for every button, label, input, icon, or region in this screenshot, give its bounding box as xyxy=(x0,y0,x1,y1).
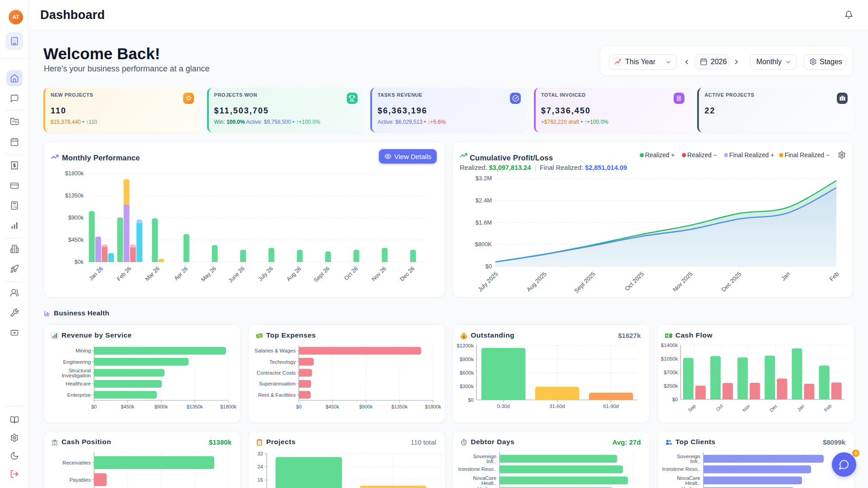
svg-text:$1800k: $1800k xyxy=(65,170,84,177)
svg-text:$1350k: $1350k xyxy=(65,192,84,199)
svg-text:$450k: $450k xyxy=(326,404,339,409)
svg-text:$0k: $0k xyxy=(75,259,84,265)
svg-text:$900k: $900k xyxy=(359,404,373,409)
svg-text:June 26: June 26 xyxy=(227,265,245,284)
svg-text:31-60d: 31-60d xyxy=(550,404,565,409)
svg-text:$1800k: $1800k xyxy=(425,404,442,409)
svg-text:Nov 2025: Nov 2025 xyxy=(671,271,694,293)
svg-text:Healt..: Healt.. xyxy=(481,480,496,486)
svg-text:Sept 26: Sept 26 xyxy=(312,265,330,283)
svg-text:$900k: $900k xyxy=(155,404,168,409)
svg-text:Mar 26: Mar 26 xyxy=(144,265,160,282)
svg-text:$1800k: $1800k xyxy=(220,404,237,409)
svg-text:$1350k: $1350k xyxy=(391,404,408,409)
svg-text:July 2025: July 2025 xyxy=(476,271,499,293)
svg-text:$350k: $350k xyxy=(664,383,678,389)
svg-text:Engineering: Engineering xyxy=(63,359,91,365)
svg-text:Oct 26: Oct 26 xyxy=(343,265,359,282)
svg-text:Dec: Dec xyxy=(769,403,778,413)
svg-text:$1350k: $1350k xyxy=(187,404,203,409)
svg-text:Mining: Mining xyxy=(75,348,91,353)
svg-text:Infr..: Infr.. xyxy=(486,459,496,464)
svg-text:Feb: Feb xyxy=(828,271,840,282)
svg-text:$3.2M: $3.2M xyxy=(476,175,492,182)
svg-text:Oct: Oct xyxy=(715,403,724,412)
svg-text:$: $ xyxy=(678,97,680,100)
svg-text:Receivables: Receivables xyxy=(62,460,91,465)
svg-text:Harbour: Harbour xyxy=(478,486,497,488)
svg-text:$900k: $900k xyxy=(68,215,84,221)
svg-text:0-30d: 0-30d xyxy=(497,404,510,409)
svg-text:Apr 26: Apr 26 xyxy=(173,265,189,282)
svg-text:July 26: July 26 xyxy=(257,265,274,282)
svg-text:Nov 26: Nov 26 xyxy=(370,265,387,282)
svg-text:Sep: Sep xyxy=(687,403,697,413)
svg-text:$800K: $800K xyxy=(475,241,492,248)
svg-text:24: 24 xyxy=(257,464,263,469)
svg-text:Healt..: Healt.. xyxy=(685,480,700,486)
svg-text:Jan: Jan xyxy=(780,271,791,282)
svg-text:Nov: Nov xyxy=(741,403,751,413)
svg-text:Harbour: Harbour xyxy=(681,486,700,488)
svg-text:Sept 2025: Sept 2025 xyxy=(573,271,597,295)
svg-text:Dec 2025: Dec 2025 xyxy=(720,271,743,293)
svg-text:Ironstone Reso..: Ironstone Reso.. xyxy=(458,466,496,472)
svg-text:Salaries & Wages: Salaries & Wages xyxy=(255,348,296,353)
svg-text:Healthcare: Healthcare xyxy=(66,381,91,386)
svg-text:$450k: $450k xyxy=(121,404,134,409)
svg-text:$0: $0 xyxy=(486,263,492,270)
svg-text:Investigation: Investigation xyxy=(61,373,91,378)
svg-text:Aug 2025: Aug 2025 xyxy=(525,271,548,293)
svg-text:$450k: $450k xyxy=(68,237,84,243)
svg-text:$1200k: $1200k xyxy=(457,343,474,348)
svg-text:Contractor Costs: Contractor Costs xyxy=(256,370,296,375)
svg-text:Dec 26: Dec 26 xyxy=(399,265,416,282)
svg-text:61-90d: 61-90d xyxy=(604,404,619,409)
svg-text:$1400k: $1400k xyxy=(661,343,678,348)
svg-text:Ironstone Reso..: Ironstone Reso.. xyxy=(662,466,700,472)
svg-text:Feb 26: Feb 26 xyxy=(116,265,132,282)
svg-text:Oct 2025: Oct 2025 xyxy=(623,271,645,292)
svg-text:$1.6M: $1.6M xyxy=(476,219,492,226)
svg-text:$0: $0 xyxy=(296,404,302,409)
svg-text:$900k: $900k xyxy=(460,357,474,362)
svg-text:$700k: $700k xyxy=(664,370,678,375)
svg-text:Enterprise: Enterprise xyxy=(67,392,91,398)
svg-text:16: 16 xyxy=(257,477,263,483)
svg-text:Feb: Feb xyxy=(823,403,832,413)
svg-text:$300k: $300k xyxy=(460,384,474,389)
svg-text:Superannuation: Superannuation xyxy=(259,381,295,386)
svg-text:May 26: May 26 xyxy=(200,265,217,283)
svg-text:Infr..: Infr.. xyxy=(690,459,700,464)
svg-text:Jan 26: Jan 26 xyxy=(88,265,104,282)
svg-text:$2.4M: $2.4M xyxy=(476,197,492,204)
svg-text:$600k: $600k xyxy=(460,370,474,375)
svg-text:Jan: Jan xyxy=(796,403,806,413)
svg-text:Rent & Facilities: Rent & Facilities xyxy=(258,392,296,398)
svg-text:Payables: Payables xyxy=(70,477,91,483)
svg-text:$1050k: $1050k xyxy=(661,356,678,361)
svg-text:$0: $0 xyxy=(468,397,474,403)
svg-text:32: 32 xyxy=(257,451,263,456)
svg-text:Technology: Technology xyxy=(269,359,296,365)
svg-text:Aug 26: Aug 26 xyxy=(285,265,302,282)
svg-text:$0: $0 xyxy=(672,397,678,402)
svg-text:$0: $0 xyxy=(91,404,97,409)
